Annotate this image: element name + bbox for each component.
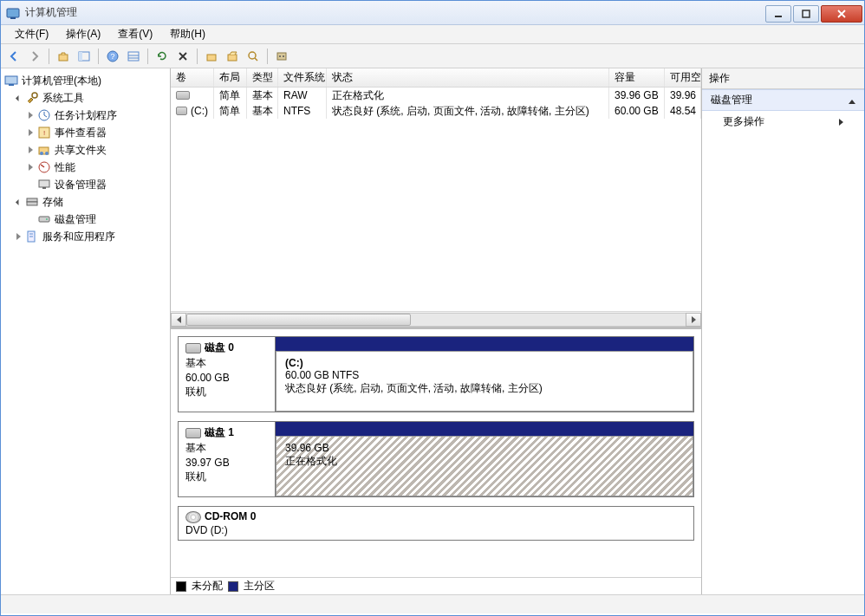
find-button[interactable] [244, 47, 263, 66]
tree-root[interactable]: 计算机管理(本地) [1, 72, 170, 89]
partition-header-bar [276, 337, 693, 351]
partition-c-sizefs: 60.00 GB NTFS [285, 369, 359, 381]
window-title: 计算机管理 [25, 5, 765, 20]
tree-services-apps-label: 服务和应用程序 [42, 230, 115, 244]
cdrom-sub: DVD (D:) [185, 524, 269, 536]
back-button[interactable] [4, 47, 23, 66]
tree-device-manager[interactable]: 设备管理器 [1, 176, 170, 193]
svg-text:?: ? [110, 52, 114, 61]
partition-c-status: 状态良好 (系统, 启动, 页面文件, 活动, 故障转储, 主分区) [285, 382, 543, 394]
svg-rect-13 [228, 55, 237, 61]
disk-row-1[interactable]: 磁盘 1 基本 39.97 GB 联机 39.96 GB 正在格式化 [178, 421, 694, 497]
disk1-title: 磁盘 1 [205, 426, 234, 438]
expander-expand-icon[interactable] [13, 231, 23, 242]
tree-system-tools[interactable]: 系统工具 [1, 89, 170, 107]
tree-performance[interactable]: 性能 [1, 159, 170, 176]
up-button[interactable] [54, 47, 73, 66]
actions-header: 操作 [702, 68, 864, 89]
app-icon [6, 6, 20, 20]
help-button[interactable]: ? [103, 47, 122, 66]
tree-shared-folders-label: 共享文件夹 [55, 143, 107, 158]
menu-view[interactable]: 查看(V) [109, 25, 161, 43]
partition-formatting[interactable]: 39.96 GB 正在格式化 [276, 436, 693, 496]
svg-rect-20 [9, 84, 14, 86]
statusbar [1, 594, 864, 613]
scroll-right-button[interactable] [686, 313, 701, 327]
refresh-button[interactable] [153, 47, 172, 66]
actions-section-disk-mgmt[interactable]: 磁盘管理 [702, 89, 864, 111]
svg-rect-31 [27, 198, 37, 202]
tree-system-tools-label: 系统工具 [42, 91, 84, 106]
menu-help[interactable]: 帮助(H) [161, 25, 214, 43]
tree-storage[interactable]: 存储 [1, 193, 170, 211]
tree-storage-label: 存储 [42, 195, 63, 210]
expander-collapse-icon[interactable] [13, 93, 23, 103]
chevron-right-icon [839, 116, 843, 128]
volume-icon [176, 107, 187, 115]
menu-action[interactable]: 操作(A) [57, 25, 109, 43]
scroll-thumb[interactable] [186, 314, 411, 326]
partition-c[interactable]: (C:) 60.00 GB NTFS 状态良好 (系统, 启动, 页面文件, 活… [276, 351, 693, 412]
forward-button[interactable] [25, 47, 44, 66]
tree-root-label: 计算机管理(本地) [22, 74, 101, 88]
toolbar: ? [1, 44, 864, 68]
col-header-capacity[interactable]: 容量 [609, 68, 665, 87]
tree-disk-management[interactable]: 磁盘管理 [1, 211, 170, 228]
col-header-free[interactable]: 可用空 [665, 68, 701, 87]
col-header-filesystem[interactable]: 文件系统 [278, 68, 327, 87]
expander-collapse-icon[interactable] [13, 197, 23, 207]
disk-icon [185, 428, 201, 438]
scroll-track[interactable] [186, 313, 686, 327]
action-more[interactable]: 更多操作 [702, 111, 864, 133]
expander-expand-icon[interactable] [25, 162, 36, 172]
volume-capacity: 39.96 GB [609, 88, 665, 103]
disk1-size: 39.97 GB [185, 457, 268, 469]
device-icon [37, 178, 51, 191]
titlebar: 计算机管理 [1, 1, 864, 25]
disk0-title: 磁盘 0 [205, 341, 234, 353]
tree-shared-folders[interactable]: 共享文件夹 [1, 141, 170, 159]
legend-swatch-unallocated [176, 581, 186, 592]
svg-text:!: ! [43, 129, 45, 137]
col-header-type[interactable]: 类型 [247, 68, 278, 87]
partition1-size: 39.96 GB [285, 442, 329, 454]
show-hide-tree-button[interactable] [75, 47, 94, 66]
col-header-volume[interactable]: 卷 [171, 68, 214, 87]
expander-expand-icon[interactable] [25, 127, 36, 138]
volume-row[interactable]: (C:) 简单 基本 NTFS 状态良好 (系统, 启动, 页面文件, 活动, … [171, 103, 701, 119]
tree-task-scheduler[interactable]: 任务计划程序 [1, 107, 170, 124]
svg-rect-1 [10, 17, 16, 19]
navigation-tree: 计算机管理(本地) 系统工具 任务计划程序 ! 事件查看器 共享文件夹 [1, 68, 171, 594]
volume-row[interactable]: 简单 基本 RAW 正在格式化 39.96 GB 39.96 [171, 88, 701, 103]
disk-label: 磁盘 0 基本 60.00 GB 联机 [179, 337, 276, 412]
volume-name: (C:) [191, 105, 208, 117]
properties-button[interactable] [202, 47, 221, 66]
tree-services-apps[interactable]: 服务和应用程序 [1, 228, 170, 245]
svg-rect-30 [42, 187, 46, 189]
expander-expand-icon[interactable] [25, 145, 36, 155]
volume-list-body: 简单 基本 RAW 正在格式化 39.96 GB 39.96 (C:) 简单 基… [171, 88, 701, 311]
menu-file[interactable]: 文件(F) [6, 25, 57, 43]
delete-button[interactable] [173, 47, 192, 66]
partition-c-label: (C:) [285, 357, 303, 369]
settings-button[interactable] [272, 47, 291, 66]
col-header-status[interactable]: 状态 [327, 68, 609, 87]
volume-status: 正在格式化 [327, 88, 609, 103]
minimize-button[interactable] [765, 5, 791, 23]
view-list-button[interactable] [124, 47, 143, 66]
expander-expand-icon[interactable] [25, 110, 36, 120]
legend-unallocated-label: 未分配 [192, 579, 223, 593]
svg-point-17 [279, 55, 281, 57]
tree-event-viewer[interactable]: ! 事件查看器 [1, 124, 170, 141]
maximize-button[interactable] [793, 5, 819, 23]
volume-status: 状态良好 (系统, 启动, 页面文件, 活动, 故障转储, 主分区) [327, 103, 609, 119]
svg-rect-3 [803, 10, 810, 17]
close-button[interactable] [821, 5, 862, 23]
disk-row-0[interactable]: 磁盘 0 基本 60.00 GB 联机 (C:) 60.00 GB NTFS 状… [178, 336, 694, 412]
col-header-layout[interactable]: 布局 [214, 68, 247, 87]
disk-row-cdrom[interactable]: CD-ROM 0 DVD (D:) [178, 506, 694, 541]
volume-fs: RAW [278, 88, 327, 103]
svg-rect-32 [27, 202, 37, 205]
scroll-left-button[interactable] [171, 313, 186, 327]
open-button[interactable] [223, 47, 242, 66]
